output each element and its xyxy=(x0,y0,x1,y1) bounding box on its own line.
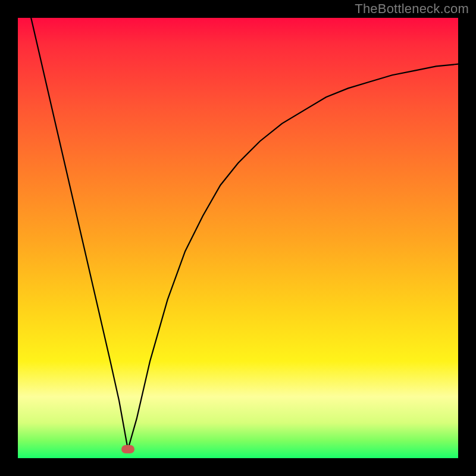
watermark-text: TheBottleneck.com xyxy=(355,1,469,17)
curve-path xyxy=(31,18,458,449)
chart-plot-area xyxy=(18,18,458,458)
optimal-marker xyxy=(121,445,134,453)
bottleneck-curve xyxy=(18,18,458,458)
chart-frame: TheBottleneck.com xyxy=(0,0,476,476)
